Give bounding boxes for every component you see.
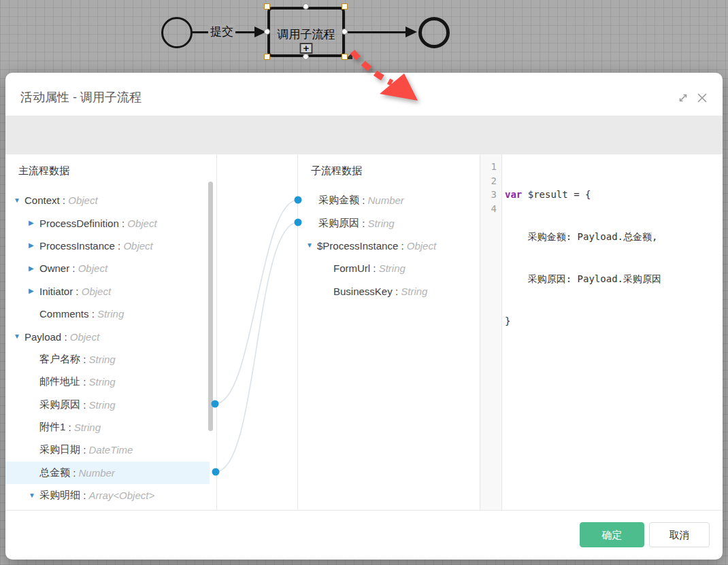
field-separator: : xyxy=(119,218,128,229)
resize-handle-se[interactable] xyxy=(342,54,348,60)
chevron-down-icon[interactable]: ▼ xyxy=(14,197,20,204)
field-separator: : xyxy=(80,490,89,501)
chevron-down-icon[interactable]: ▼ xyxy=(29,492,35,499)
field-separator: : xyxy=(70,467,79,479)
sequence-flow-arrowhead-2 xyxy=(406,27,417,37)
field-type: Array<Object> xyxy=(89,490,155,501)
code-line-numbers: 1 2 3 4 xyxy=(480,160,497,216)
tree-item-$ProcessInstance[interactable]: ▼$ProcessInstance : Object xyxy=(297,235,480,257)
dialog-title: 活动属性 - 调用子流程 xyxy=(20,89,142,105)
flow-label: 提交 xyxy=(208,24,235,39)
tab-bar: 常规子流程发起人呼叫子流程子流程创建子流程结束事件 xyxy=(5,116,723,154)
subprocess-plus-icon[interactable]: + xyxy=(300,43,313,54)
tree-item-ProcessDefinition[interactable]: ▶ProcessDefinition : Object xyxy=(5,211,210,234)
field-type: Object xyxy=(70,331,99,343)
field-separator: : xyxy=(359,218,368,229)
field-name: ProcessDefinition xyxy=(39,218,119,229)
footer-divider xyxy=(5,510,723,511)
tree-item-采购原因[interactable]: 采购原因 : String xyxy=(297,211,480,234)
line-number: 4 xyxy=(480,202,497,216)
connect-handle-right[interactable] xyxy=(342,29,348,35)
field-separator: : xyxy=(80,354,89,365)
line-number: 3 xyxy=(480,188,497,202)
resize-handle-nw[interactable] xyxy=(264,3,270,10)
tree-item-客户名称[interactable]: 客户名称 : String xyxy=(5,348,210,371)
field-name: 总金额 xyxy=(39,466,70,479)
field-name: 采购明细 xyxy=(39,489,80,502)
field-name: FormUrl xyxy=(333,262,370,274)
field-separator: : xyxy=(393,286,401,297)
code-line: } xyxy=(505,314,661,328)
line-number: 2 xyxy=(480,174,497,188)
tree-item-附件1[interactable]: 附件1 : String xyxy=(5,416,210,439)
start-event-circle[interactable] xyxy=(161,17,193,48)
tree-item-采购金额[interactable]: 采购金额 : Number xyxy=(297,189,480,211)
chevron-down-icon[interactable]: ▼ xyxy=(306,242,313,249)
field-separator: : xyxy=(61,331,70,343)
chevron-down-icon[interactable]: ▼ xyxy=(14,333,20,340)
field-name: $ProcessInstance xyxy=(317,240,398,252)
connect-handle-left[interactable] xyxy=(264,29,270,35)
chevron-right-icon[interactable]: ▶ xyxy=(29,242,34,249)
resize-handle-sw[interactable] xyxy=(264,54,270,60)
subprocess-tree: 采购金额 : Number采购原因 : String▼$ProcessInsta… xyxy=(297,189,480,303)
main-process-data-title: 主流程数据 xyxy=(18,165,69,177)
field-type: Object xyxy=(78,262,107,274)
tree-item-Context[interactable]: ▼Context : Object xyxy=(5,189,210,211)
tree-item-ProcessInstance[interactable]: ▶ProcessInstance : Object xyxy=(5,235,210,257)
tree-item-FormUrl[interactable]: FormUrl : String xyxy=(297,257,480,279)
field-name: 采购金额 xyxy=(318,194,359,207)
tree-item-Comments[interactable]: Comments : String xyxy=(5,303,210,325)
tree-item-总金额[interactable]: 总金额 : Number xyxy=(5,462,210,484)
connect-handle-bottom[interactable] xyxy=(303,54,309,60)
ok-button[interactable]: 确定 xyxy=(580,522,644,547)
tree-item-采购日期[interactable]: 采购日期 : DateTime xyxy=(5,439,210,461)
field-separator: : xyxy=(359,194,368,206)
field-name: 附件1 xyxy=(39,421,65,434)
field-separator: : xyxy=(80,399,89,411)
resize-handle-ne[interactable] xyxy=(342,3,348,10)
field-type: Object xyxy=(82,286,111,297)
field-separator: : xyxy=(80,444,89,456)
chevron-right-icon[interactable]: ▶ xyxy=(29,220,34,226)
panel-divider-1 xyxy=(216,154,217,510)
field-separator: : xyxy=(80,376,89,388)
code-editor[interactable]: var $result = { 采购金额: Payload.总金额, 采购原因:… xyxy=(505,160,661,356)
field-name: 邮件地址 xyxy=(39,375,80,388)
tree-item-BusinessKey[interactable]: BusinessKey : String xyxy=(297,280,480,303)
field-type: String xyxy=(89,399,116,411)
connect-handle-top[interactable] xyxy=(303,3,309,10)
field-name: ProcessInstance xyxy=(39,240,115,252)
main-process-tree: ▼Context : Object▶ProcessDefinition : Ob… xyxy=(5,189,210,507)
field-type: Number xyxy=(79,467,115,479)
end-event-circle[interactable] xyxy=(418,17,450,48)
field-separator: : xyxy=(89,308,98,320)
field-type: String xyxy=(97,308,124,320)
tree-item-邮件地址[interactable]: 邮件地址 : String xyxy=(5,371,210,393)
field-type: Object xyxy=(68,194,97,206)
expand-icon[interactable] xyxy=(677,92,689,104)
field-name: 采购原因 xyxy=(318,217,359,230)
tree-item-Owner[interactable]: ▶Owner : Object xyxy=(5,257,210,279)
field-type: Object xyxy=(123,240,152,252)
tree-item-采购原因[interactable]: 采购原因 : String xyxy=(5,394,210,416)
field-type: String xyxy=(74,422,101,433)
field-separator: : xyxy=(73,286,82,297)
field-type: Number xyxy=(368,194,404,206)
field-separator: : xyxy=(69,262,78,274)
field-name: 采购日期 xyxy=(39,443,80,456)
field-separator: : xyxy=(115,240,124,252)
tree-item-采购明细[interactable]: ▼采购明细 : Array<Object> xyxy=(5,484,210,507)
sequence-flow-line-2 xyxy=(348,31,408,33)
chevron-right-icon[interactable]: ▶ xyxy=(29,265,34,272)
tree-item-Payload[interactable]: ▼Payload : Object xyxy=(5,325,210,347)
field-type: String xyxy=(401,286,427,297)
field-name: Comments xyxy=(39,308,89,320)
left-panel-scrollbar[interactable] xyxy=(208,182,213,431)
chevron-right-icon[interactable]: ▶ xyxy=(29,288,34,294)
field-separator: : xyxy=(60,194,69,206)
close-icon[interactable] xyxy=(697,92,708,103)
call-subprocess-task[interactable]: 调用子流程 + xyxy=(267,7,345,57)
tree-item-Initiator[interactable]: ▶Initiator : Object xyxy=(5,280,210,303)
cancel-button[interactable]: 取消 xyxy=(649,522,710,547)
